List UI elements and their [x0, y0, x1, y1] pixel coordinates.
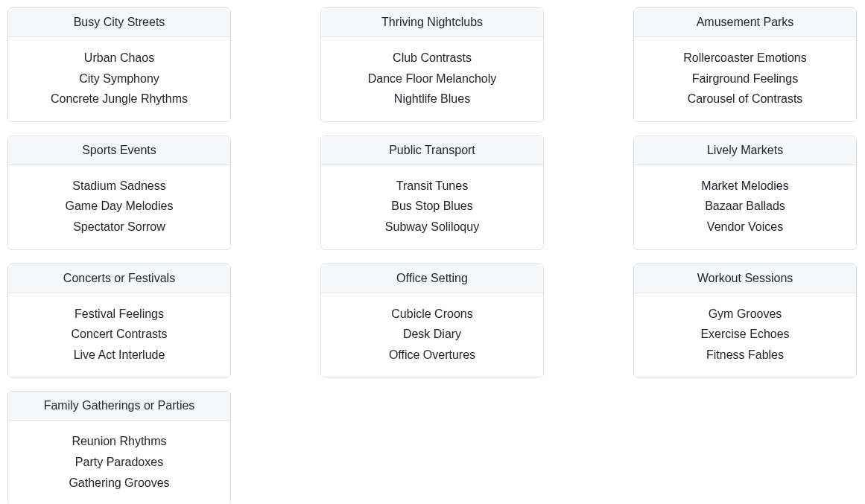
card-item: City Symphony — [19, 68, 220, 89]
category-card: Amusement ParksRollercoaster EmotionsFai… — [633, 7, 857, 122]
card-header: Lively Markets — [634, 136, 856, 165]
card-item: Concert Contrasts — [19, 324, 220, 345]
card-item: Urban Chaos — [19, 48, 220, 68]
category-card: Workout SessionsGym GroovesExercise Echo… — [633, 264, 857, 378]
card-item: Club Contrasts — [332, 48, 533, 68]
card-header: Thriving Nightclubs — [321, 8, 543, 37]
card-item: Bazaar Ballads — [644, 196, 846, 217]
card-item: Stadium Sadness — [19, 176, 220, 197]
category-card: Busy City StreetsUrban ChaosCity Symphon… — [7, 7, 231, 122]
card-header: Public Transport — [321, 136, 543, 165]
card-item: Office Overtures — [332, 345, 533, 366]
card-grid: Busy City StreetsUrban ChaosCity Symphon… — [7, 7, 858, 504]
card-body: Festival FeelingsConcert ContrastsLive A… — [8, 293, 230, 377]
card-item: Exercise Echoes — [644, 324, 846, 345]
card-header: Workout Sessions — [634, 264, 856, 293]
card-header: Busy City Streets — [8, 8, 230, 37]
card-body: Market MelodiesBazaar BalladsVendor Voic… — [634, 165, 856, 249]
card-header: Office Setting — [321, 264, 543, 293]
category-card: Public TransportTransit TunesBus Stop Bl… — [320, 135, 544, 250]
category-card: Concerts or FestivalsFestival FeelingsCo… — [7, 264, 231, 378]
card-item: Gym Grooves — [644, 304, 846, 325]
card-item: Reunion Rhythms — [19, 431, 220, 452]
card-item: Concrete Jungle Rhythms — [19, 89, 220, 109]
card-body: Cubicle CroonsDesk DiaryOffice Overtures — [321, 293, 543, 377]
card-item: Rollercoaster Emotions — [644, 48, 846, 68]
card-item: Dance Floor Melancholy — [332, 68, 533, 89]
card-body: Reunion RhythmsParty ParadoxesGathering … — [8, 421, 230, 504]
category-card: Office SettingCubicle CroonsDesk DiaryOf… — [320, 264, 544, 378]
card-item: Nightlife Blues — [332, 89, 533, 109]
card-item: Fitness Fables — [644, 345, 846, 366]
card-item: Cubicle Croons — [332, 304, 533, 325]
card-header: Sports Events — [8, 136, 230, 165]
card-body: Club ContrastsDance Floor MelancholyNigh… — [321, 37, 543, 121]
card-body: Stadium SadnessGame Day MelodiesSpectato… — [8, 165, 230, 249]
card-header: Family Gatherings or Parties — [8, 392, 230, 421]
card-header: Concerts or Festivals — [8, 264, 230, 293]
card-body: Gym GroovesExercise EchoesFitness Fables — [634, 293, 856, 377]
card-item: Vendor Voices — [644, 217, 846, 237]
card-item: Game Day Melodies — [19, 196, 220, 217]
card-item: Spectator Sorrow — [19, 217, 220, 237]
card-item: Transit Tunes — [332, 176, 533, 197]
card-body: Urban ChaosCity SymphonyConcrete Jungle … — [8, 37, 230, 121]
category-card: Thriving NightclubsClub ContrastsDance F… — [320, 7, 544, 122]
card-item: Subway Soliloquy — [332, 217, 533, 237]
category-card: Family Gatherings or PartiesReunion Rhyt… — [7, 391, 231, 504]
card-item: Market Melodies — [644, 176, 846, 197]
card-item: Bus Stop Blues — [332, 196, 533, 217]
card-item: Festival Feelings — [19, 304, 220, 325]
card-body: Rollercoaster EmotionsFairground Feeling… — [634, 37, 856, 121]
category-card: Lively MarketsMarket MelodiesBazaar Ball… — [633, 135, 857, 250]
card-item: Party Paradoxes — [19, 452, 220, 473]
card-item: Desk Diary — [332, 324, 533, 345]
category-card: Sports EventsStadium SadnessGame Day Mel… — [7, 135, 231, 250]
card-body: Transit TunesBus Stop BluesSubway Solilo… — [321, 165, 543, 249]
card-item: Live Act Interlude — [19, 345, 220, 366]
card-item: Carousel of Contrasts — [644, 89, 846, 109]
card-header: Amusement Parks — [634, 8, 856, 37]
card-item: Fairground Feelings — [644, 68, 846, 89]
card-item: Gathering Grooves — [19, 473, 220, 494]
